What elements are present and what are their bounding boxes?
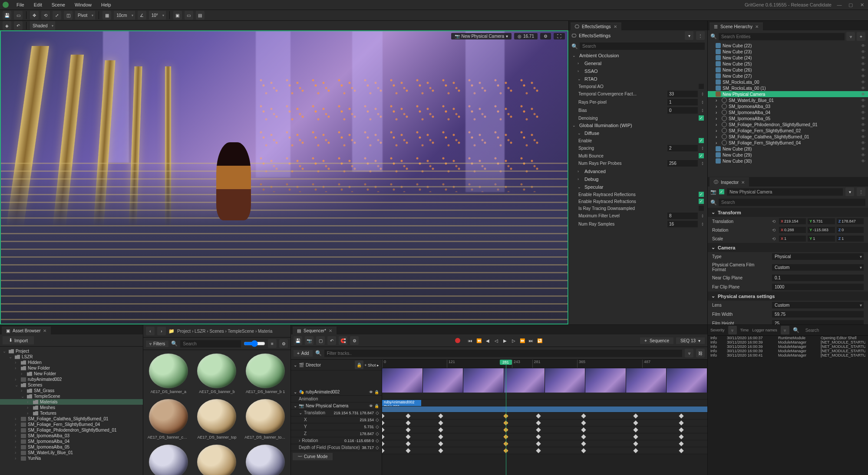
- project-tree-item[interactable]: ›SM_Foliage_Calathea_SlightlyBurned_01: [0, 416, 143, 422]
- chevron-icon[interactable]: ›: [15, 428, 19, 432]
- chevron-right-icon[interactable]: ›: [716, 104, 720, 109]
- seq-snap-icon[interactable]: 🧲: [339, 336, 347, 345]
- project-tree-item[interactable]: ›rubyAnimated002: [0, 377, 143, 382]
- keyframe[interactable]: [382, 420, 385, 425]
- keyframe[interactable]: [406, 441, 410, 446]
- keyframe[interactable]: [438, 413, 443, 418]
- visibility-icon[interactable]: 👁: [861, 92, 865, 97]
- menu-file[interactable]: File: [12, 1, 29, 8]
- film-width-input[interactable]: 59.75: [772, 311, 864, 318]
- loop-icon[interactable]: 🔁: [536, 337, 544, 344]
- visibility-icon[interactable]: 👁: [861, 62, 865, 66]
- visibility-icon[interactable]: 👁: [861, 153, 865, 157]
- hierarchy-item[interactable]: ›SM_Foliage_Philodendron_SlightlyBurned_…: [708, 121, 868, 128]
- keyframe[interactable]: [679, 441, 683, 446]
- chevron-icon[interactable]: ›: [15, 450, 19, 455]
- filter-icon[interactable]: ▿: [781, 326, 789, 334]
- reset-icon[interactable]: ⟲: [772, 236, 776, 241]
- rotate-tool-icon[interactable]: ⟲: [41, 11, 50, 20]
- link-icon[interactable]: ⛓: [696, 349, 705, 357]
- checkbox[interactable]: [699, 115, 704, 121]
- hierarchy-item[interactable]: ›SM_Foliage_Fern_SlightlyBurned_02👁: [708, 128, 868, 134]
- chevron-icon[interactable]: ›: [15, 422, 19, 427]
- project-tree-item[interactable]: ›SM_WaterLily_Blue_01: [0, 450, 143, 455]
- keyframe[interactable]: [679, 427, 683, 432]
- maximize-button[interactable]: ▢: [847, 2, 854, 8]
- checkbox[interactable]: [699, 199, 704, 204]
- scene-hierarchy-tab[interactable]: ☰ Scene Hierarchy ✕: [710, 23, 763, 30]
- project-tree-item[interactable]: ⌄LSZR: [0, 354, 143, 360]
- chevron-icon[interactable]: ›: [15, 366, 19, 370]
- keyframe[interactable]: [679, 434, 683, 439]
- section-ambient-occlusion[interactable]: ⌄Ambient Occlusion: [569, 52, 707, 59]
- chevron-icon[interactable]: ⌄: [15, 383, 19, 387]
- chevron-right-icon[interactable]: ›: [716, 122, 720, 127]
- chevron-icon[interactable]: ›: [15, 377, 19, 382]
- col-logger[interactable]: Logger names: [752, 328, 777, 332]
- project-tree-item[interactable]: ›SM_Foliage_Philodendron_SlightlyBurned_…: [0, 427, 143, 433]
- hierarchy-item[interactable]: New Cube (23)👁: [708, 49, 868, 55]
- chevron-icon[interactable]: ›: [15, 360, 19, 365]
- add-track-button[interactable]: +Add: [294, 350, 313, 357]
- visibility-icon[interactable]: 👁: [861, 141, 865, 145]
- add-sequence-button[interactable]: +Sequence: [640, 337, 673, 344]
- chevron-icon[interactable]: ›: [15, 416, 19, 421]
- back-icon[interactable]: ‹: [146, 327, 155, 335]
- prev-key-icon[interactable]: ⏪: [475, 337, 483, 344]
- hierarchy-item[interactable]: New Physical Camera👁: [708, 91, 868, 97]
- curve-mode-button[interactable]: 〰Curve Mode: [293, 453, 333, 460]
- asset-item[interactable]: AE17_DS_banner_b: [195, 353, 240, 395]
- project-tree-item[interactable]: ›New Folder: [0, 371, 143, 377]
- chevron-icon[interactable]: ›: [27, 411, 31, 416]
- number-input[interactable]: 0: [667, 107, 698, 114]
- keyframe[interactable]: [406, 448, 410, 453]
- number-input[interactable]: 33: [667, 91, 698, 97]
- thumbnail-size-slider[interactable]: [244, 340, 265, 347]
- visibility-icon[interactable]: 👁: [861, 68, 865, 72]
- seq-render-icon[interactable]: ▢: [316, 336, 325, 345]
- grid-size-dropdown[interactable]: 10cm: [114, 11, 135, 20]
- build-icon[interactable]: ▭: [185, 11, 193, 20]
- keyframe[interactable]: [581, 448, 586, 453]
- visibility-icon[interactable]: 👁: [861, 80, 865, 85]
- sequencer-tab[interactable]: ▤ Sequencer* ✕: [293, 327, 337, 334]
- near-clip-input[interactable]: 0.1: [772, 275, 864, 281]
- visibility-icon[interactable]: 👁: [861, 104, 865, 109]
- go-end-icon[interactable]: ⏭: [527, 337, 535, 344]
- section-transform[interactable]: ⌄Transform: [708, 208, 868, 217]
- visibility-icon[interactable]: 👁: [861, 74, 865, 79]
- entity-enabled-checkbox[interactable]: [719, 189, 724, 194]
- project-tree-item[interactable]: ›Materials: [0, 399, 143, 405]
- step-forward-icon[interactable]: ▷: [510, 337, 518, 344]
- animation-clip[interactable]: rubyAnimated002 Take 001: [382, 400, 421, 406]
- effects-settings-tab[interactable]: 🖵 EffectsSettings ✕: [571, 23, 621, 30]
- hierarchy-item[interactable]: New Cube (24)👁: [708, 55, 868, 61]
- log-row[interactable]: Info30/11/2020 16:00:41ModuleManager[NET…: [708, 353, 868, 357]
- keyframe[interactable]: [581, 434, 586, 439]
- filters-button[interactable]: ▿Filters: [146, 341, 168, 347]
- angle-snap-icon[interactable]: ∠: [138, 11, 146, 20]
- keyframe[interactable]: [634, 413, 638, 418]
- section-physical-camera[interactable]: ⌄Physical camera settings: [708, 292, 868, 301]
- project-tree-item[interactable]: ⌄Project: [0, 348, 143, 354]
- seq-undo-icon[interactable]: ↶: [327, 336, 336, 345]
- keyframe[interactable]: [679, 420, 683, 425]
- keyframe[interactable]: [438, 448, 443, 453]
- chevron-icon[interactable]: ›: [27, 400, 31, 404]
- checkbox[interactable]: [699, 206, 704, 211]
- hierarchy-item[interactable]: SM_RocksLata_00👁: [708, 79, 868, 85]
- visibility-icon[interactable]: 👁: [861, 56, 865, 60]
- hierarchy-item[interactable]: ›SM_Foliage_Fern_SlightlyBurned_04👁: [708, 140, 868, 146]
- forward-icon[interactable]: ›: [157, 327, 166, 335]
- track-filter-input[interactable]: [324, 350, 682, 357]
- hierarchy-item[interactable]: ›SM_WaterLily_Blue_01👁: [708, 97, 868, 103]
- scale-tool-icon[interactable]: ⤢: [53, 11, 61, 20]
- inspector-search-input[interactable]: [719, 199, 865, 206]
- visibility-icon[interactable]: 👁: [861, 43, 865, 48]
- keyframe[interactable]: [438, 420, 443, 425]
- filter-icon[interactable]: ▾: [685, 31, 693, 40]
- keyframe[interactable]: [382, 441, 385, 446]
- x-track[interactable]: X219.154◇: [291, 416, 382, 423]
- seq-save-icon[interactable]: 💾: [294, 336, 302, 345]
- open-icon[interactable]: ▭: [14, 11, 23, 20]
